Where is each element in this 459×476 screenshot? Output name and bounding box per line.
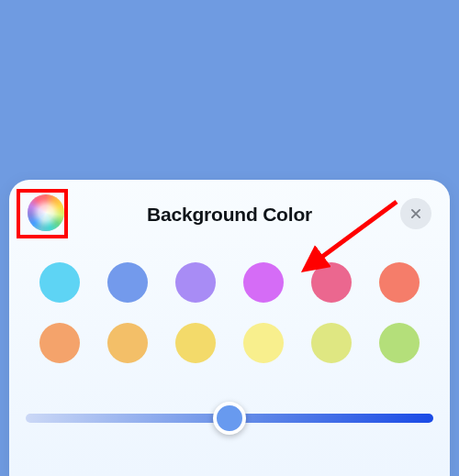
color-swatch-9[interactable] [243,323,284,363]
panel-header: Background Color [26,194,433,235]
panel-title: Background Color [147,204,312,226]
close-icon [409,207,422,220]
color-swatch-7[interactable] [107,323,148,363]
color-swatch-8[interactable] [175,323,216,363]
color-swatch-6[interactable] [39,323,80,363]
intensity-slider[interactable] [26,402,433,435]
color-swatch-11[interactable] [379,323,420,363]
color-swatch-2[interactable] [175,262,216,303]
color-swatch-3[interactable] [243,262,284,303]
color-swatches [26,262,433,363]
close-button[interactable] [400,198,431,229]
color-swatch-10[interactable] [311,323,352,363]
color-swatch-0[interactable] [39,262,80,303]
color-wheel-icon[interactable] [28,194,64,231]
color-swatch-1[interactable] [107,262,148,303]
color-swatch-5[interactable] [379,262,420,303]
color-picker-panel: Background Color [9,180,450,476]
color-swatch-4[interactable] [311,262,352,303]
slider-thumb[interactable] [213,402,246,435]
